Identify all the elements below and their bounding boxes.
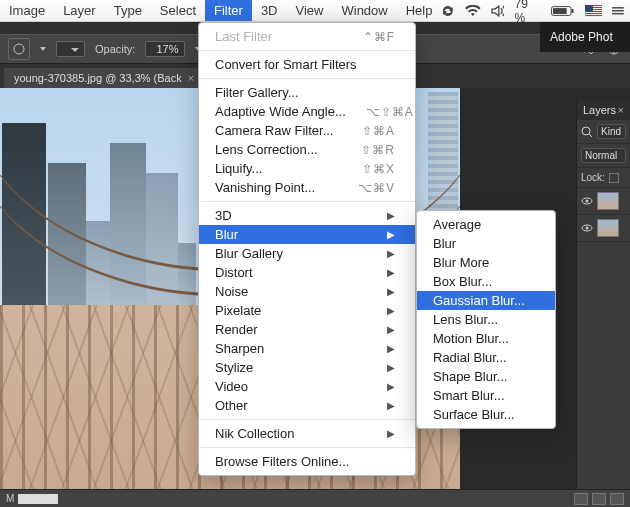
- app-title: Adobe Phot: [550, 30, 613, 44]
- menu-item-last-filter: Last Filter ⌃⌘F: [199, 27, 415, 46]
- svg-point-17: [582, 127, 590, 135]
- layers-mode-row[interactable]: Normal: [577, 144, 630, 168]
- submenu-item-box-blur[interactable]: Box Blur...: [417, 272, 555, 291]
- menu-layer[interactable]: Layer: [54, 0, 105, 21]
- document-tab[interactable]: young-370385.jpg @ 33,3% (Back ×: [4, 68, 204, 88]
- submenu-item-blur-more[interactable]: Blur More: [417, 253, 555, 272]
- menu-image[interactable]: Image: [0, 0, 54, 21]
- menu-item-label: Blur: [215, 227, 238, 242]
- blend-mode-select[interactable]: Normal: [581, 148, 626, 163]
- menu-item-sharpen[interactable]: Sharpen▶: [199, 339, 415, 358]
- menu-item-nik[interactable]: Nik Collection▶: [199, 424, 415, 443]
- lock-transparent-icon[interactable]: [609, 173, 619, 183]
- shortcut: ⇧⌘X: [362, 162, 395, 176]
- chevron-down-icon[interactable]: [40, 44, 46, 54]
- layers-lock-row: Lock:: [577, 168, 630, 188]
- brush-icon: [12, 42, 26, 56]
- menu-item-label: Vanishing Point...: [215, 180, 315, 195]
- menu-item-label: Stylize: [215, 360, 253, 375]
- eye-icon[interactable]: [581, 222, 593, 234]
- menu-item-label: Sharpen: [215, 341, 264, 356]
- menu-item-label: Lens Blur...: [433, 312, 498, 327]
- status-bar: M: [0, 489, 630, 507]
- mode-select[interactable]: [56, 41, 85, 57]
- svg-rect-8: [585, 13, 603, 14]
- menu-item-browse-online[interactable]: Browse Filters Online...: [199, 452, 415, 471]
- submenu-item-lens-blur[interactable]: Lens Blur...: [417, 310, 555, 329]
- submenu-item-shape-blur[interactable]: Shape Blur...: [417, 367, 555, 386]
- menu-item-camera-raw[interactable]: Camera Raw Filter...⇧⌘A: [199, 121, 415, 140]
- menu-item-label: Render: [215, 322, 258, 337]
- submenu-item-average[interactable]: Average: [417, 215, 555, 234]
- menu-item-label: Browse Filters Online...: [215, 454, 349, 469]
- close-tab-icon[interactable]: ×: [188, 72, 194, 84]
- menu-item-filter-gallery[interactable]: Filter Gallery...: [199, 83, 415, 102]
- submenu-item-motion-blur[interactable]: Motion Blur...: [417, 329, 555, 348]
- tool-preset[interactable]: [8, 38, 30, 60]
- menu-item-label: Last Filter: [215, 29, 272, 44]
- menu-select[interactable]: Select: [151, 0, 205, 21]
- menu-item-label: 3D: [215, 208, 232, 223]
- menu-item-blur[interactable]: Blur▶: [199, 225, 415, 244]
- submenu-arrow-icon: ▶: [387, 286, 395, 297]
- shortcut: ⇧⌘A: [362, 124, 395, 138]
- menu-item-adaptive-wide-angle[interactable]: Adaptive Wide Angle...⌥⇧⌘A: [199, 102, 415, 121]
- menu-item-label: Liquify...: [215, 161, 262, 176]
- menu-item-noise[interactable]: Noise▶: [199, 282, 415, 301]
- menu-3d[interactable]: 3D: [252, 0, 287, 21]
- status-icon[interactable]: [574, 493, 588, 505]
- menu-type[interactable]: Type: [105, 0, 151, 21]
- app-title-bar: Adobe Phot: [540, 22, 630, 52]
- blur-submenu[interactable]: Average Blur Blur More Box Blur... Gauss…: [416, 210, 556, 429]
- submenu-item-gaussian-blur[interactable]: Gaussian Blur...: [417, 291, 555, 310]
- menu-window[interactable]: Window: [332, 0, 396, 21]
- menu-item-video[interactable]: Video▶: [199, 377, 415, 396]
- menu-item-render[interactable]: Render▶: [199, 320, 415, 339]
- menu-item-blur-gallery[interactable]: Blur Gallery▶: [199, 244, 415, 263]
- layer-row[interactable]: [577, 188, 630, 215]
- menu-filter[interactable]: Filter: [205, 0, 252, 21]
- menu-item-label: Surface Blur...: [433, 407, 515, 422]
- menu-item-label: Blur: [433, 236, 456, 251]
- submenu-arrow-icon: ▶: [387, 305, 395, 316]
- menu-item-distort[interactable]: Distort▶: [199, 263, 415, 282]
- layers-panel[interactable]: Layers× Kind Normal Lock:: [576, 100, 630, 489]
- close-icon[interactable]: ×: [618, 104, 624, 116]
- status-label: M: [6, 493, 14, 504]
- layer-row[interactable]: [577, 215, 630, 242]
- menu-view[interactable]: View: [287, 0, 333, 21]
- kind-field[interactable]: Kind: [597, 124, 626, 139]
- filter-menu[interactable]: Last Filter ⌃⌘F Convert for Smart Filter…: [198, 22, 416, 476]
- layers-header[interactable]: Layers×: [577, 100, 630, 120]
- menu-separator: [199, 78, 415, 79]
- panel-title: Layers: [583, 104, 616, 116]
- status-segment: [18, 494, 58, 504]
- shortcut: ⌥⌘V: [358, 181, 395, 195]
- menu-item-lens-correction[interactable]: Lens Correction...⇧⌘R: [199, 140, 415, 159]
- menu-item-pixelate[interactable]: Pixelate▶: [199, 301, 415, 320]
- status-icon[interactable]: [592, 493, 606, 505]
- layer-thumbnail[interactable]: [597, 219, 619, 237]
- layer-thumbnail[interactable]: [597, 192, 619, 210]
- menu-item-vanishing-point[interactable]: Vanishing Point...⌥⌘V: [199, 178, 415, 197]
- svg-rect-9: [585, 15, 603, 16]
- menu-item-label: Blur Gallery: [215, 246, 283, 261]
- menu-item-convert-smart[interactable]: Convert for Smart Filters: [199, 55, 415, 74]
- menu-item-liquify[interactable]: Liquify...⇧⌘X: [199, 159, 415, 178]
- submenu-item-radial-blur[interactable]: Radial Blur...: [417, 348, 555, 367]
- menu-item-stylize[interactable]: Stylize▶: [199, 358, 415, 377]
- layers-kind-row[interactable]: Kind: [577, 120, 630, 144]
- submenu-item-blur[interactable]: Blur: [417, 234, 555, 253]
- menu-item-label: Noise: [215, 284, 248, 299]
- menu-item-other[interactable]: Other▶: [199, 396, 415, 415]
- menu-item-label: Average: [433, 217, 481, 232]
- submenu-item-surface-blur[interactable]: Surface Blur...: [417, 405, 555, 424]
- status-icon[interactable]: [610, 493, 624, 505]
- menu-help[interactable]: Help: [397, 0, 442, 21]
- submenu-item-smart-blur[interactable]: Smart Blur...: [417, 386, 555, 405]
- eye-icon[interactable]: [581, 195, 593, 207]
- opacity-value[interactable]: 17%: [145, 41, 185, 57]
- document-tab-title: young-370385.jpg @ 33,3% (Back: [14, 72, 182, 84]
- svg-point-22: [586, 227, 589, 230]
- menu-item-3d[interactable]: 3D▶: [199, 206, 415, 225]
